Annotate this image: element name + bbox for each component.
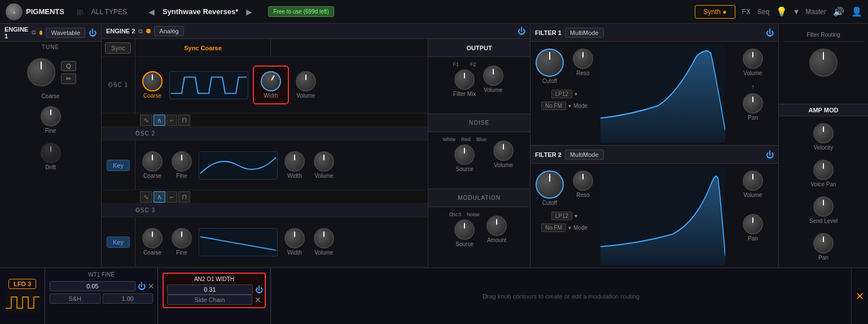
mod-amount-knob[interactable]: [486, 216, 507, 236]
output-volume-knob[interactable]: [483, 65, 503, 86]
filter1-power-icon[interactable]: ⏻: [766, 28, 774, 37]
osc1-wave-btn-3[interactable]: ⌐: [166, 115, 177, 126]
noise-source-knob[interactable]: [454, 145, 475, 165]
filter1-cutoff-container: Cutoff: [533, 46, 566, 86]
filter-routing-knob[interactable]: [809, 49, 838, 77]
osc2-volume-knob[interactable]: [314, 151, 334, 172]
send-level-knob[interactable]: [813, 196, 834, 217]
amp-pan-knob[interactable]: [813, 233, 834, 253]
lightbulb-icon[interactable]: 💡: [776, 6, 787, 17]
osc2-width-knob[interactable]: [284, 151, 305, 172]
osc2-wave-btn-2[interactable]: ∧: [154, 191, 165, 203]
engine1-type-button[interactable]: Wavetable: [46, 28, 85, 38]
engine2-copy-icon[interactable]: ⧉: [138, 28, 143, 35]
tune-fine-knob[interactable]: [41, 106, 61, 126]
synth-tab[interactable]: Synth ●: [695, 5, 735, 19]
voice-pan-knob[interactable]: [813, 160, 834, 180]
chevron-down-icon[interactable]: ▾: [794, 6, 799, 17]
wt1-mode-select[interactable]: S&H: [50, 294, 100, 304]
osc1-wave-btn-1[interactable]: ∿: [140, 115, 152, 126]
filter1-pan-label: Pan: [748, 115, 758, 121]
output-filter-mix-knob[interactable]: [454, 69, 475, 90]
filter1-lp12-button[interactable]: LP12: [551, 90, 572, 98]
osc2-wave-btn-1[interactable]: ∿: [140, 191, 152, 203]
an2-power-icon[interactable]: ⏻: [255, 285, 263, 294]
osc1-wave-btn-2[interactable]: ∧: [154, 115, 165, 126]
wt1-power-icon[interactable]: ⏻: [138, 282, 146, 291]
tune-drift-knob[interactable]: [41, 143, 61, 163]
preset-area: ◀ Synthwave Reverses* ▶: [145, 6, 256, 17]
filter2-mode-label: Mode: [573, 225, 588, 231]
filter1-volume-knob[interactable]: [743, 49, 763, 69]
filter1-mode-button[interactable]: MultiMode: [565, 28, 604, 38]
velocity-knob[interactable]: [813, 123, 834, 143]
filter2-pan-container: Pan: [740, 212, 765, 244]
all-types-label[interactable]: ALL TYPES: [91, 8, 127, 16]
lfo3-label[interactable]: LFO 3: [8, 279, 36, 289]
filter1-header: FILTER 1 MultiMode ⏻: [531, 24, 778, 42]
q-button[interactable]: Q: [61, 61, 76, 71]
osc3-waveform[interactable]: [199, 228, 278, 256]
filter1-reso-knob[interactable]: [573, 49, 593, 69]
osc3-key-button[interactable]: Key: [107, 237, 130, 248]
osc3-coarse-knob[interactable]: [142, 228, 163, 248]
filter2-volume-knob[interactable]: [743, 170, 763, 191]
user-icon[interactable]: 👤: [851, 6, 862, 17]
tune-top: Q ✏: [25, 56, 76, 89]
osc1-wave-btn-4[interactable]: ⊓: [178, 115, 190, 126]
mod-bar-close-button[interactable]: ✕: [851, 268, 868, 324]
filter2-pan-knob[interactable]: [743, 214, 763, 234]
filter2-cutoff-knob[interactable]: [536, 170, 564, 199]
engine2-power-icon[interactable]: ⏻: [518, 27, 525, 36]
osc1-width-knob[interactable]: [257, 67, 284, 95]
mod-amount-container: Amount: [484, 213, 509, 246]
tune-coarse-knob[interactable]: [27, 58, 55, 86]
wt1-close-icon[interactable]: ✕: [148, 282, 155, 291]
osc3-width-knob[interactable]: [284, 228, 305, 248]
filter1-pan-knob[interactable]: [743, 93, 763, 113]
fx-tab[interactable]: FX: [742, 8, 751, 16]
filter1-no-fm-button[interactable]: No FM: [541, 102, 566, 110]
osc1-coarse-knob[interactable]: [142, 71, 163, 91]
filter2-reso-knob[interactable]: [573, 170, 593, 191]
osc2-coarse-knob[interactable]: [142, 151, 163, 172]
filter2-mode-button[interactable]: MultiMode: [565, 150, 604, 160]
volume-icon[interactable]: 🔊: [833, 6, 844, 17]
filter1-lp12-arrow[interactable]: ▾: [575, 91, 577, 97]
mod-source-knob[interactable]: [454, 220, 475, 240]
filter2-lp12-arrow[interactable]: ▾: [575, 213, 577, 219]
filter2-lp12-button[interactable]: LP12: [551, 212, 572, 220]
wt1-amount-value[interactable]: 1.00: [103, 294, 154, 304]
noise-volume-knob[interactable]: [493, 141, 514, 161]
osc1-volume-knob[interactable]: [296, 71, 316, 91]
filter1-cutoff-knob[interactable]: [536, 49, 564, 77]
osc2-key-button[interactable]: Key: [107, 160, 130, 171]
wt1-fine-value-input[interactable]: [50, 281, 135, 291]
engine1-power-icon[interactable]: ⏻: [89, 28, 97, 37]
osc2-fine-knob[interactable]: [172, 151, 192, 172]
engine1-copy-icon[interactable]: ⧉: [32, 29, 36, 36]
osc1-waveform[interactable]: [169, 71, 248, 99]
filter1-reso-container: Reso: [571, 46, 595, 86]
filter2-no-fm-arrow[interactable]: ▾: [568, 225, 571, 231]
sync-button[interactable]: Sync: [105, 42, 131, 54]
osc3-fine-knob[interactable]: [172, 228, 192, 248]
filter1-no-fm-arrow[interactable]: ▾: [568, 103, 571, 109]
an2-target-select[interactable]: Side Chain: [167, 295, 252, 305]
osc2-wave-btn-3[interactable]: ⌐: [166, 191, 177, 203]
next-preset-button[interactable]: ▶: [243, 6, 256, 17]
osc2-waveform[interactable]: [199, 151, 278, 179]
filter-routing-knob-container: [807, 46, 840, 79]
osc2-wave-btn-4[interactable]: ⊓: [178, 191, 190, 203]
engine2-type-button[interactable]: Analog: [154, 26, 183, 36]
logo-icon: ▲: [6, 3, 23, 20]
pencil-button[interactable]: ✏: [61, 73, 76, 84]
an2-value-input[interactable]: [167, 284, 253, 295]
seq-tab[interactable]: Seq: [757, 8, 769, 16]
prev-preset-button[interactable]: ◀: [145, 6, 158, 17]
an2-close-icon[interactable]: ✕: [255, 295, 261, 304]
filter2-no-fm-button[interactable]: No FM: [541, 224, 566, 232]
osc3-volume-knob[interactable]: [314, 228, 334, 248]
filter-up-arrow[interactable]: ↑: [751, 83, 755, 91]
filter2-power-icon[interactable]: ⏻: [766, 150, 774, 159]
